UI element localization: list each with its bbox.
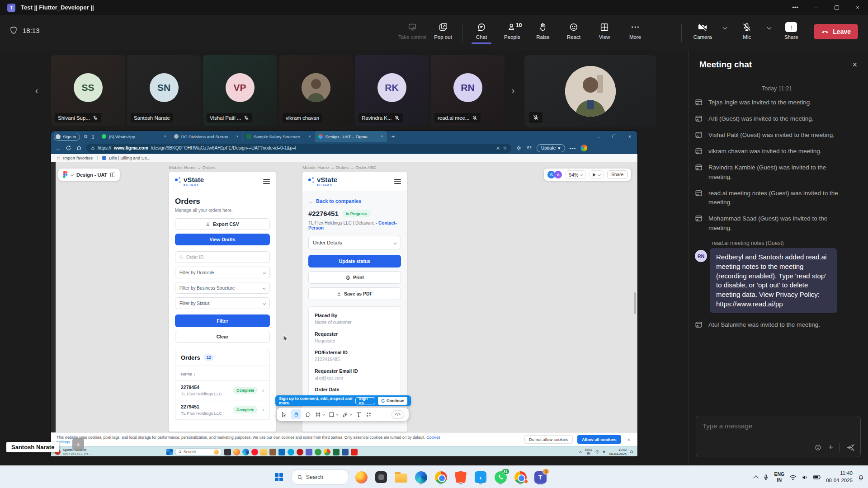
back-to-companies-link[interactable]: ←Back to companies — [308, 198, 401, 204]
move-tool-icon[interactable] — [281, 412, 287, 418]
chat-input-box[interactable]: + — [696, 416, 861, 457]
minimize-button[interactable]: – — [806, 0, 826, 15]
participant-tile[interactable]: RN read.ai mee... — [431, 55, 505, 126]
participant-tile[interactable]: SN Santosh Narate — [127, 55, 201, 126]
mic-options-button[interactable] — [764, 19, 774, 32]
deny-cookies-button[interactable]: Do not allow cookies — [524, 435, 573, 444]
chrome-icon[interactable] — [324, 449, 330, 455]
collaborator-avatar[interactable]: A — [554, 171, 562, 178]
vscode-taskbar-icon[interactable]: ‹ — [473, 469, 488, 485]
store-icon[interactable] — [269, 449, 276, 455]
browser-close-button[interactable]: × — [622, 131, 637, 142]
volume-icon[interactable] — [802, 474, 808, 481]
figma-file-pill[interactable]: Design - UAT — [58, 169, 120, 181]
dev-mode-toggle[interactable]: </> — [392, 410, 404, 418]
dark-app-taskbar-icon[interactable] — [373, 469, 389, 485]
react-button[interactable]: React — [558, 19, 589, 40]
tray-mic-icon[interactable] — [763, 474, 769, 480]
shape-tool-icon[interactable] — [329, 412, 335, 418]
text-tool-icon[interactable] — [356, 412, 362, 418]
teams-icon[interactable] — [306, 449, 312, 455]
read-aloud-icon[interactable]: A — [496, 145, 499, 150]
tray-overflow-icon[interactable] — [579, 451, 582, 455]
outlook-icon[interactable] — [278, 449, 285, 455]
chrome-profile-taskbar-icon[interactable] — [513, 469, 528, 485]
refresh-icon[interactable] — [66, 145, 71, 151]
filter-status-select[interactable]: Filter by Status — [175, 297, 270, 309]
firefox-icon[interactable] — [233, 449, 240, 455]
pop-out-button[interactable]: Pop out — [428, 19, 458, 40]
column-header[interactable]: Name ↓ — [175, 366, 269, 380]
file-explorer-icon[interactable] — [393, 469, 409, 485]
hamburger-menu-icon[interactable] — [394, 179, 401, 184]
filmstrip-prev-button[interactable]: ‹ — [30, 77, 43, 104]
view-drafts-button[interactable]: View Drafts — [175, 234, 270, 245]
language-indicator[interactable]: ENGIN — [585, 448, 592, 456]
system-clock[interactable]: 11:4008-04-2025 — [609, 448, 627, 456]
allow-cookies-button[interactable]: Allow all cookies — [577, 435, 621, 444]
view-button[interactable]: View — [589, 19, 620, 40]
annotation-handle[interactable]: + — [72, 438, 84, 450]
start-button[interactable] — [271, 469, 287, 485]
notification-bell-icon[interactable] — [629, 450, 634, 454]
frame-label[interactable]: Mobile: Home → Orders — [169, 165, 215, 170]
frame-label[interactable]: Mobile: Home → Orders → Order ABC — [302, 165, 376, 170]
chrome-taskbar-icon[interactable] — [433, 469, 448, 485]
start-button[interactable] — [166, 449, 173, 455]
home-icon[interactable] — [76, 145, 82, 151]
participant-tile[interactable]: VP Vishal Patil ... — [203, 55, 277, 126]
opera-icon[interactable] — [251, 449, 258, 455]
participant-tile[interactable]: RK Ravindra K... — [355, 55, 429, 126]
order-row[interactable]: 2279451TL Flex Holdings LLC Complete › — [175, 400, 269, 419]
design-frame-order-detail[interactable]: vStateFILINGS ←Back to companies #227645… — [302, 172, 407, 432]
camera-options-button[interactable] — [720, 19, 730, 32]
teams-taskbar-icon[interactable]: T1 — [533, 469, 548, 485]
tab-close-icon[interactable]: × — [308, 134, 311, 139]
favorite-star-icon[interactable]: ☆ — [503, 145, 507, 150]
frame-tool-icon[interactable] — [315, 412, 321, 418]
figma-share-button[interactable]: Share — [607, 170, 627, 179]
volume-icon[interactable] — [602, 450, 607, 454]
new-tab-button[interactable]: + — [392, 133, 395, 140]
filter-button[interactable]: Filter — [175, 314, 270, 327]
share-button[interactable]: ↑ Share — [776, 19, 807, 40]
export-csv-button[interactable]: Export CSV — [175, 218, 270, 230]
folder-icon[interactable] — [260, 449, 267, 455]
word-icon[interactable] — [342, 449, 349, 455]
todo-icon[interactable] — [315, 449, 321, 455]
workspaces-icon[interactable]: ▯ — [91, 134, 94, 139]
close-button[interactable]: × — [847, 0, 868, 15]
camera-button[interactable]: Camera — [687, 19, 718, 40]
split-screen-icon[interactable]: ⧉ — [84, 134, 87, 139]
layers-panel-icon[interactable] — [110, 173, 115, 177]
chevron-down-icon[interactable] — [349, 413, 352, 416]
battery-icon[interactable] — [813, 474, 821, 480]
chevron-down-icon[interactable] — [336, 413, 339, 416]
chevron-down-icon[interactable] — [322, 413, 325, 416]
participant-tile[interactable]: vikram chavan — [279, 55, 353, 126]
print-button[interactable]: Print — [308, 271, 401, 284]
excel-icon[interactable] — [333, 449, 340, 455]
tab-figma-active[interactable]: Design - UAT – Figma× — [315, 131, 387, 142]
chat-message-input[interactable] — [702, 422, 855, 430]
address-bar[interactable]: https://www.figma.com/design/9BKQ0FOHRWa… — [86, 144, 511, 153]
maximize-button[interactable] — [826, 0, 847, 15]
participant-tile[interactable]: SS Shivani Sup... — [51, 55, 125, 126]
mic-button[interactable]: Mic — [731, 19, 762, 40]
signup-button[interactable]: Sign up — [355, 397, 375, 404]
mcafee-icon[interactable] — [297, 449, 303, 455]
filter-business-structure-select[interactable]: Filter by Business Structure — [175, 282, 270, 294]
edge-taskbar-icon[interactable] — [413, 469, 429, 485]
tab-close-icon[interactable]: × — [164, 134, 166, 139]
send-icon[interactable] — [846, 443, 855, 452]
leave-button[interactable]: Leave — [814, 24, 858, 39]
browser-maximize-button[interactable] — [607, 131, 622, 142]
filmstrip-next-button[interactable]: › — [506, 77, 520, 104]
active-speaker-tile[interactable] — [524, 55, 656, 127]
order-id-search-input[interactable]: Order ID — [175, 251, 270, 263]
whatsapp-taskbar-icon[interactable]: 81 — [493, 469, 508, 485]
wifi-icon[interactable] — [789, 474, 797, 480]
actions-tool-icon[interactable] — [366, 412, 372, 418]
raise-hand-button[interactable]: Raise — [528, 19, 558, 40]
back-icon[interactable]: ← — [56, 145, 61, 151]
